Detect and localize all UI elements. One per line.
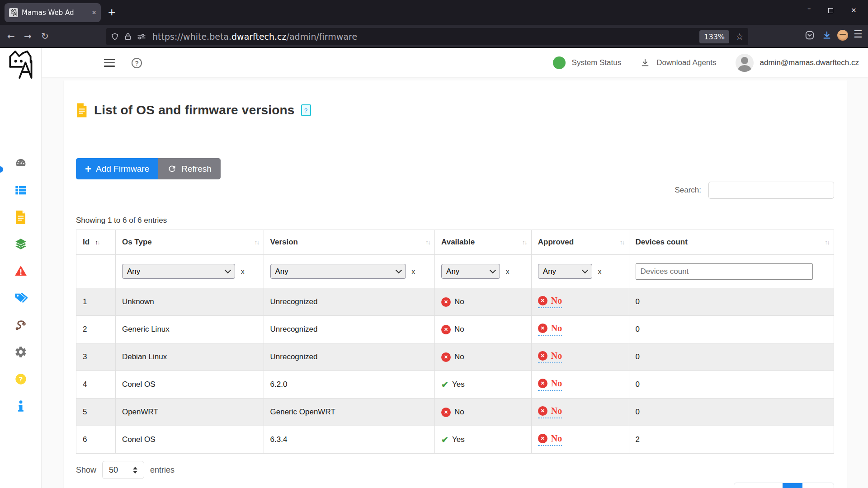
window-maximize-button[interactable] xyxy=(828,8,833,13)
approved-status[interactable]: ✕No xyxy=(538,378,562,391)
zoom-level-badge[interactable]: 133% xyxy=(699,30,729,43)
cell-os-type: Conel OS xyxy=(116,426,264,454)
reload-button[interactable]: ↻ xyxy=(41,31,49,42)
refresh-button[interactable]: Refresh xyxy=(158,158,221,179)
devices-count-filter-input[interactable] xyxy=(636,263,813,280)
cell-available: ✕No xyxy=(435,316,532,343)
pagination-current-page[interactable] xyxy=(783,483,802,488)
browser-menu-icon[interactable]: ☰ xyxy=(854,28,863,40)
window-close-button[interactable]: ✕ xyxy=(851,6,857,14)
app-help-button[interactable]: ? xyxy=(132,58,142,68)
pocket-icon[interactable] xyxy=(805,30,815,42)
sidebar: ? xyxy=(0,48,42,488)
sidebar-item-settings[interactable] xyxy=(14,345,28,359)
cell-available: ✕No xyxy=(435,288,532,316)
cell-version: 6.2.0 xyxy=(264,371,435,399)
entries-label: entries xyxy=(150,465,175,475)
page-help-icon[interactable]: ? xyxy=(301,104,311,116)
cell-version: Generic OpenWRT xyxy=(264,399,435,426)
approved-status[interactable]: ✕No xyxy=(538,406,562,418)
sidebar-item-firmware[interactable] xyxy=(14,210,28,225)
new-tab-button[interactable]: + xyxy=(108,7,116,17)
user-menu[interactable]: admin@mamas.dwarftech.cz xyxy=(736,54,859,72)
browser-tab[interactable]: Mamas Web Ad ✕ xyxy=(5,3,101,22)
page-file-icon xyxy=(76,103,88,117)
sidebar-item-tags[interactable] xyxy=(14,291,28,305)
approved-status[interactable]: ✕No xyxy=(538,351,562,363)
svg-text:?: ? xyxy=(19,375,23,383)
cell-devices-count: 0 xyxy=(629,371,834,399)
download-agents[interactable]: Download Agents xyxy=(640,58,716,68)
page-size-select[interactable]: 50 xyxy=(102,461,144,479)
cell-version: 6.3.4 xyxy=(264,426,435,454)
profile-avatar-icon[interactable] xyxy=(837,30,848,41)
firmware-table: Id ↑↓ Os Type ↑↓ Version ↑↓ Available ↑↓… xyxy=(76,230,834,454)
cell-approved: ✕No xyxy=(532,316,629,343)
cross-circle-icon: ✕ xyxy=(441,352,451,362)
available-filter-clear[interactable]: x xyxy=(506,267,509,275)
add-firmware-button[interactable]: + Add Firmware xyxy=(76,158,158,179)
browser-titlebar: Mamas Web Ad ✕ + – ✕ xyxy=(0,0,868,25)
app-logo[interactable] xyxy=(5,50,36,82)
sort-icon: ↑↓ xyxy=(425,239,430,246)
sort-icon: ↑↓ xyxy=(255,239,259,246)
cell-approved: ✕No xyxy=(532,399,629,426)
lock-icon xyxy=(124,33,132,41)
plus-icon: + xyxy=(85,164,91,174)
tags-icon xyxy=(14,291,28,304)
sidebar-item-alerts[interactable] xyxy=(14,263,28,278)
system-status[interactable]: System Status xyxy=(553,56,622,69)
sidebar-item-device-table[interactable] xyxy=(14,183,28,197)
available-filter-select[interactable]: Any xyxy=(441,264,500,279)
cross-circle-icon: ✕ xyxy=(538,324,547,333)
approved-status[interactable]: ✕No xyxy=(538,296,562,308)
os-type-filter-clear[interactable]: x xyxy=(241,267,245,275)
cell-devices-count: 2 xyxy=(629,426,834,454)
check-icon: ✔ xyxy=(441,435,448,445)
column-header-id[interactable]: Id ↑↓ xyxy=(76,230,116,255)
forward-button[interactable]: → xyxy=(24,31,32,42)
version-filter-select[interactable]: Any xyxy=(270,264,406,279)
warning-triangle-icon xyxy=(14,264,27,277)
column-header-devices-count[interactable]: Devices count ↑↓ xyxy=(629,230,834,255)
approved-status[interactable]: ✕No xyxy=(538,323,562,336)
cell-approved: ✕No xyxy=(532,288,629,316)
question-circle-icon: ? xyxy=(14,373,27,385)
sidebar-item-help[interactable]: ? xyxy=(14,372,28,386)
cross-circle-icon: ✕ xyxy=(441,325,451,334)
downloads-icon[interactable] xyxy=(822,30,832,42)
pagination-next[interactable] xyxy=(802,483,834,488)
url-bar[interactable]: https://white.beta.dwarftech.cz/admin/fi… xyxy=(106,28,748,45)
approved-filter-clear[interactable]: x xyxy=(598,267,602,275)
cell-devices-count: 0 xyxy=(629,343,834,371)
refresh-icon xyxy=(167,164,177,174)
column-header-version[interactable]: Version ↑↓ xyxy=(264,230,435,255)
back-button[interactable]: ← xyxy=(7,31,15,42)
cross-circle-icon: ✕ xyxy=(538,379,547,388)
cell-available: ✕No xyxy=(435,343,532,371)
column-header-os-type[interactable]: Os Type ↑↓ xyxy=(116,230,264,255)
os-type-filter-select[interactable]: Any xyxy=(122,264,235,279)
app-menu-toggle[interactable] xyxy=(104,59,115,67)
sidebar-item-routes[interactable] xyxy=(14,318,28,332)
table-row: 6Conel OS6.3.4✔Yes✕No2 xyxy=(76,426,834,454)
table-row: 1UnknownUnrecognized✕No✕No0 xyxy=(76,288,834,316)
approved-filter-select[interactable]: Any xyxy=(538,264,592,279)
sidebar-item-info[interactable] xyxy=(14,399,28,413)
pagination-previous[interactable] xyxy=(734,483,783,488)
column-header-approved[interactable]: Approved ↑↓ xyxy=(532,230,629,255)
cell-id: 5 xyxy=(76,399,116,426)
approved-status[interactable]: ✕No xyxy=(538,433,562,446)
gauge-icon xyxy=(14,157,27,169)
window-minimize-button[interactable]: – xyxy=(807,5,811,13)
bookmark-star-icon[interactable]: ☆ xyxy=(736,31,744,42)
tab-close-icon[interactable]: ✕ xyxy=(92,9,96,16)
search-input[interactable] xyxy=(708,182,834,199)
column-header-available[interactable]: Available ↑↓ xyxy=(435,230,532,255)
sidebar-item-dashboard[interactable] xyxy=(14,156,28,170)
cell-version: Unrecognized xyxy=(264,316,435,343)
cell-devices-count: 0 xyxy=(629,316,834,343)
version-filter-clear[interactable]: x xyxy=(412,267,415,275)
sidebar-item-groups[interactable] xyxy=(14,237,28,251)
pagination[interactable] xyxy=(734,483,834,488)
